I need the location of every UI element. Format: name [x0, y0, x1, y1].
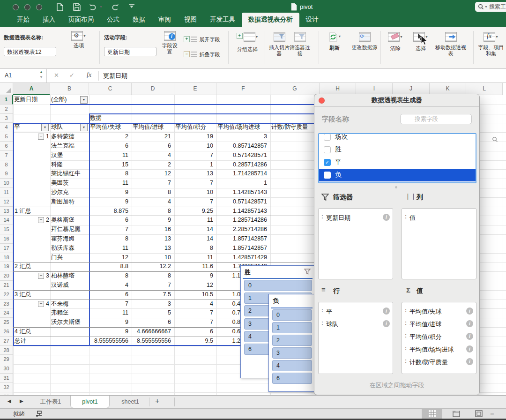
grid-corner-select-all[interactable] [0, 83, 13, 95]
row-header-32[interactable]: 32 [0, 383, 13, 392]
cell-F15[interactable]: 2.285714286 [217, 225, 267, 234]
collapse-field-button[interactable]: − 折叠字段 [184, 50, 222, 58]
row-header-30[interactable]: 30 [0, 364, 13, 374]
add-sheet-button[interactable]: + [155, 397, 159, 405]
collapse-group-icon[interactable]: − [38, 301, 44, 307]
column-header-B[interactable]: B [50, 83, 89, 95]
slicer-负-item-3[interactable]: 3 [272, 347, 312, 359]
cell-F27[interactable]: 1.2 [216, 337, 240, 346]
column-header-G[interactable]: G [270, 83, 320, 95]
clear-button[interactable]: ▼ 清除 [384, 32, 407, 52]
columns-item-值[interactable]: :值 [402, 211, 476, 224]
sheet-tab-sheet1[interactable]: sheet1 [113, 396, 147, 408]
cell-E19[interactable]: 11.6 [175, 262, 213, 271]
row-header-11[interactable]: 11 [0, 188, 13, 197]
cell-C21[interactable]: 4 [90, 281, 128, 290]
cell-C8[interactable]: 15 [90, 160, 128, 170]
cell-C6[interactable]: 6 [90, 142, 128, 151]
cell-D7[interactable]: 4 [133, 151, 171, 160]
normal-view-button[interactable] [422, 409, 442, 419]
row-header-14[interactable]: 14 [0, 216, 13, 225]
field-search-input[interactable]: 搜索字段 [400, 114, 472, 124]
cell-D19[interactable]: 12.2 [133, 262, 171, 271]
cell-F26[interactable]: 0.6 [216, 327, 240, 337]
values-item-平均值/场均进球[interactable]: :平均值/场均进球i [402, 343, 476, 356]
cell-E22[interactable]: 10.5 [175, 290, 213, 300]
cell-D5[interactable]: 21 [133, 132, 171, 142]
values-item-平均值/失球[interactable]: :平均值/失球i [402, 305, 476, 318]
fields-items-sets-button[interactable]: fx▼ 字段、项目和集 [476, 32, 506, 56]
pivot-column-header-e[interactable]: 平均值/积分 [175, 123, 216, 132]
cell-B20-team[interactable]: 柏林赫塔 [51, 271, 88, 281]
pivot-column-header-f[interactable]: 平均值/场均进球 [217, 123, 269, 132]
ribbon-tab-公式[interactable]: 公式 [100, 13, 126, 27]
prev-sheet-icon[interactable]: ◀ [7, 398, 11, 404]
drag-handle-icon[interactable]: : [405, 358, 407, 364]
slicer-负-item-1[interactable]: 1 [272, 322, 312, 333]
ribbon-tab-开始[interactable]: 开始 [10, 13, 36, 27]
row-header-3[interactable]: 3 [0, 114, 13, 123]
cell-C12[interactable]: 9 [90, 197, 128, 207]
cell-C26[interactable]: 9 [90, 327, 128, 337]
cell-E17[interactable]: 8 [175, 244, 213, 253]
save-icon[interactable] [73, 3, 81, 11]
values-item-平均值/进球[interactable]: :平均值/进球i [402, 318, 476, 330]
rows-item-球队[interactable]: :球队i [319, 318, 393, 330]
cell-B24-team[interactable]: 弗赖堡 [51, 308, 88, 318]
name-box[interactable]: A1 [0, 69, 47, 82]
pivot-name-input[interactable]: 数据透视表12 [4, 47, 56, 56]
cell-B8-team[interactable]: 科隆 [51, 160, 88, 170]
row-field-filter-dropdown-icon[interactable]: ▼ [41, 124, 49, 131]
cell-D22[interactable]: 7.5 [133, 290, 171, 300]
fx-icon[interactable]: fx [87, 71, 91, 79]
row-header-24[interactable]: 24 [0, 308, 13, 318]
cell-B16-team[interactable]: 霍芬海姆 [51, 234, 88, 244]
row-header-31[interactable]: 31 [0, 374, 13, 383]
cell-C10[interactable]: 11 [90, 179, 128, 188]
close-window-icon[interactable] [13, 4, 19, 10]
drag-handle-icon[interactable]: : [321, 213, 323, 220]
cell-B17-team[interactable]: 勒沃库森 [51, 244, 88, 253]
slicer-负-item-0[interactable]: 0 [272, 309, 312, 321]
cell-B15-team[interactable]: 拜仁慕尼黑 [51, 225, 88, 234]
cell-B18-team[interactable]: 门兴 [51, 253, 88, 262]
row-header-1[interactable]: 1 [0, 95, 13, 105]
sheet-tab-pivot1[interactable]: pivot1 [70, 396, 110, 408]
row-header-15[interactable]: 15 [0, 225, 13, 234]
cell-E15[interactable]: 14 [175, 225, 213, 234]
cell-E20[interactable]: 9 [175, 271, 213, 281]
checkbox-胜-unchecked[interactable] [324, 146, 331, 153]
values-item-计数/防守质量[interactable]: :计数/防守质量i [402, 356, 476, 368]
cell-F9[interactable]: 1.714285714 [217, 169, 267, 179]
column-header-E[interactable]: E [174, 83, 216, 95]
field-list[interactable]: 场次胜✓平负 [318, 133, 476, 183]
field-info-icon[interactable]: i [466, 333, 473, 340]
cell-E8[interactable]: 1 [175, 160, 213, 170]
next-sheet-icon[interactable]: ▶ [20, 398, 23, 404]
field-item-平[interactable]: ✓平 [319, 156, 476, 169]
cell-F25[interactable]: 0.8 [216, 318, 240, 327]
field-info-icon[interactable]: i [383, 214, 390, 221]
cell-A14-group[interactable]: −2 [14, 216, 49, 225]
cell-D14[interactable]: 9 [133, 216, 171, 225]
rows-item-平[interactable]: :平i [319, 305, 393, 318]
cell-A19-subtotal[interactable]: 2 汇总 [14, 262, 89, 271]
panel-close-icon[interactable] [319, 98, 325, 104]
redo-icon[interactable] [111, 4, 119, 11]
cell-B11-team[interactable]: 沙尔克 [51, 188, 88, 197]
row-header-6[interactable]: 6 [0, 142, 13, 151]
cell-B6-team[interactable]: 法兰克福 [51, 142, 88, 151]
cell-C7[interactable]: 11 [90, 151, 128, 160]
row-header-5[interactable]: 5 [0, 132, 13, 142]
page-break-view-button[interactable] [469, 409, 489, 419]
ribbon-tab-插入[interactable]: 插入 [36, 13, 62, 27]
cell-D27[interactable]: 8.555555556 [133, 337, 171, 346]
cell-F13[interactable]: 1.142857143 [217, 207, 267, 216]
cell-C14[interactable]: 6 [90, 216, 128, 225]
cell-D10[interactable]: 7 [133, 179, 171, 188]
ribbon-tab-设计[interactable]: 设计 [299, 13, 325, 27]
cancel-entry-icon[interactable]: ✕ [54, 72, 59, 79]
cell-F6[interactable]: 0.857142857 [217, 142, 267, 151]
cell-A22-subtotal[interactable]: 3 汇总 [14, 290, 89, 300]
new-document-icon[interactable] [56, 3, 64, 11]
